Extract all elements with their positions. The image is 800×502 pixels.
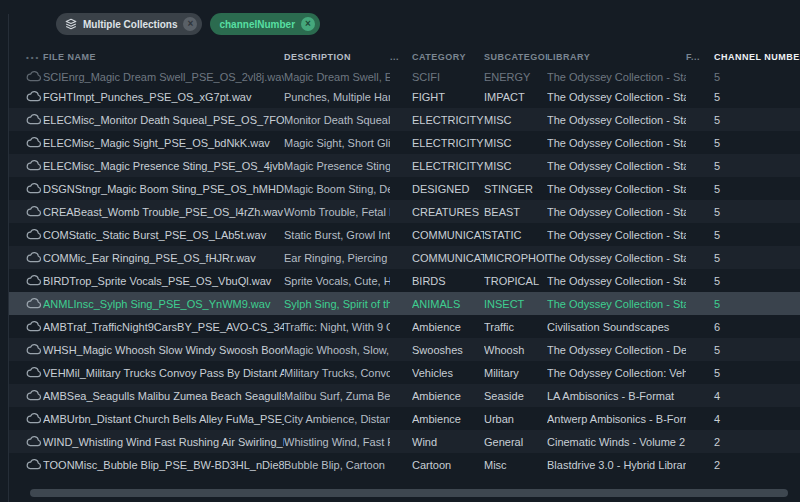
cloud-icon[interactable]	[26, 91, 42, 102]
cloud-icon[interactable]	[26, 367, 42, 378]
column-menu-icon[interactable]: •••	[9, 53, 43, 62]
column-header-channel-number[interactable]: CHANNEL NUMBER ↓	[709, 52, 800, 62]
category-cell: ELECTRICITY	[412, 114, 484, 126]
cloud-icon[interactable]	[26, 229, 42, 240]
table-row[interactable]: AMBSea_Seagulls Malibu Zumea Beach Seagu…	[9, 384, 800, 407]
column-header-library[interactable]: LIBRARY	[547, 52, 686, 62]
library-cell: The Odyssey Collection - Starter	[547, 137, 686, 149]
close-icon[interactable]: ×	[301, 17, 315, 31]
table-row[interactable]: COMStatic_Static Burst_PSE_OS_LAb5t.wav …	[9, 223, 800, 246]
subcategory-cell: BEAST	[484, 206, 547, 218]
column-header-description[interactable]: DESCRIPTION	[284, 52, 390, 62]
column-header-subcategory[interactable]: SUBCATEGORY	[484, 52, 547, 62]
description-cell: Magic Whoosh, Slow, Win...	[284, 344, 390, 356]
cloud-icon[interactable]	[26, 137, 42, 148]
table-row[interactable]: VEHMil_Military Trucks Convoy Pass By Di…	[9, 361, 800, 384]
category-cell: Vehicles	[412, 367, 484, 379]
table-row[interactable]: CREABeast_Womb Trouble_PSE_OS_l4rZh.wav …	[9, 200, 800, 223]
channel-number-cell: 5	[709, 367, 800, 379]
file-name-cell: AMBUrbn_Distant Church Bells Alley FuMa_…	[43, 413, 284, 425]
file-name-cell: ELECMisc_Magic Presence Sting_PSE_OS_4jv…	[43, 160, 284, 172]
channel-number-cell: 5	[709, 344, 800, 356]
table-row[interactable]: COMMic_Ear Ringing_PSE_OS_fHJRr.wav Ear …	[9, 246, 800, 269]
subcategory-cell: STATIC	[484, 229, 547, 241]
description-cell: City Ambience, Distant Ch...	[284, 413, 390, 425]
cloud-icon[interactable]	[26, 275, 42, 286]
category-cell: ELECTRICITY	[412, 137, 484, 149]
file-name-cell: BIRDTrop_Sprite Vocals_PSE_OS_VbuQl.wav	[43, 275, 284, 287]
table-row[interactable]: ELECMisc_Magic Sight_PSE_OS_bdNkK.wav Ma…	[9, 131, 800, 154]
description-cell: Ear Ringing, Piercing High...	[284, 252, 390, 264]
column-header-file-name[interactable]: FILE NAME	[43, 52, 284, 62]
table-row[interactable]: TOONMisc_Bubble Blip_PSE_BW-BD3HL_nDie8.…	[9, 453, 800, 476]
file-name-cell: FGHTImpt_Punches_PSE_OS_xG7pt.wav	[43, 91, 284, 103]
description-cell: Malibu Surf, Zuma Beach,...	[284, 390, 390, 402]
file-name-cell: AMBSea_Seagulls Malibu Zumea Beach Seagu…	[43, 390, 284, 402]
file-name-cell: TOONMisc_Bubble Blip_PSE_BW-BD3HL_nDie8.…	[43, 459, 284, 471]
table-row[interactable]: ELECMisc_Magic Presence Sting_PSE_OS_4jv…	[9, 154, 800, 177]
filter-chip-channel-number[interactable]: channelNumber ×	[210, 13, 320, 35]
category-cell: Swooshes	[412, 344, 484, 356]
library-cell: The Odyssey Collection - Starter	[547, 206, 686, 218]
cloud-icon[interactable]	[26, 321, 42, 332]
category-cell: Ambience	[412, 413, 484, 425]
description-cell: Punches, Multiple Hard Hits	[284, 91, 390, 103]
channel-number-cell: 6	[709, 321, 800, 333]
close-icon[interactable]: ×	[183, 17, 197, 31]
channel-number-cell: 5	[709, 275, 800, 287]
table-row[interactable]: AMBTraf_TrafficNight9CarsBY_PSE_AVO-CS_3…	[9, 315, 800, 338]
table-row[interactable]: AMBUrbn_Distant Church Bells Alley FuMa_…	[9, 407, 800, 430]
category-cell: FIGHT	[412, 91, 484, 103]
horizontal-scrollbar[interactable]	[30, 489, 788, 497]
category-cell: DESIGNED	[412, 183, 484, 195]
subcategory-cell: STINGER	[484, 183, 547, 195]
description-cell: Magic Boom Sting, Deep, ...	[284, 183, 390, 195]
library-cell: The Odyssey Collection - Starter	[547, 71, 686, 83]
cloud-icon[interactable]	[26, 390, 42, 401]
library-cell: The Odyssey Collection - Starter	[547, 275, 686, 287]
cloud-icon[interactable]	[26, 183, 42, 194]
table-row[interactable]: BIRDTrop_Sprite Vocals_PSE_OS_VbuQl.wav …	[9, 269, 800, 292]
library-cell: Civilisation Soundscapes	[547, 321, 686, 333]
subcategory-cell: IMPACT	[484, 91, 547, 103]
category-cell: ANIMALS	[412, 298, 484, 310]
description-cell: Womb Trouble, Fetal Hea...	[284, 206, 390, 218]
results-table: ••• FILE NAME DESCRIPTION ... CATEGORY S…	[9, 48, 800, 476]
column-header-category[interactable]: CATEGORY	[412, 52, 484, 62]
cloud-icon[interactable]	[26, 344, 42, 355]
cloud-icon[interactable]	[26, 413, 42, 424]
table-row[interactable]: DSGNStngr_Magic Boom Sting_PSE_OS_hMHDY.…	[9, 177, 800, 200]
filter-chip-collections[interactable]: Multiple Collections ×	[56, 13, 202, 35]
description-cell: Magic Dream Swell, Eerie ...	[284, 71, 390, 83]
cloud-icon[interactable]	[26, 114, 42, 125]
description-cell: Magic Sight, Short Glitter...	[284, 137, 390, 149]
column-header-truncated[interactable]: ...	[390, 52, 412, 62]
cloud-icon[interactable]	[26, 436, 42, 447]
table-row[interactable]: ELECMisc_Monitor Death Squeal_PSE_OS_7FO…	[9, 108, 800, 131]
table-row[interactable]: WHSH_Magic Whoosh Slow Windy Swoosh Boom…	[9, 338, 800, 361]
library-cell: Blastdrive 3.0 - Hybrid Library	[547, 459, 686, 471]
table-row[interactable]: WIND_Whistling Wind Fast Rushing Air Swi…	[9, 430, 800, 453]
cloud-icon[interactable]	[26, 206, 42, 217]
category-cell: Wind	[412, 436, 484, 448]
subcategory-cell: Misc	[484, 459, 547, 471]
cloud-icon[interactable]	[26, 71, 42, 82]
category-cell: Ambience	[412, 321, 484, 333]
file-name-cell: CREABeast_Womb Trouble_PSE_OS_l4rZh.wav	[43, 206, 284, 218]
cloud-icon[interactable]	[26, 459, 42, 470]
cloud-icon[interactable]	[26, 160, 42, 171]
channel-number-cell: 5	[709, 160, 800, 172]
category-cell: COMMUNICATI...	[412, 229, 484, 241]
channel-number-cell: 2	[709, 436, 800, 448]
table-row[interactable]: ANMLInsc_Sylph Sing_PSE_OS_YnWM9.wav Syl…	[9, 292, 800, 315]
library-cell: LA Ambisonics - B-Format	[547, 390, 686, 402]
subcategory-cell: Traffic	[484, 321, 547, 333]
cloud-icon[interactable]	[26, 298, 42, 309]
description-cell: Magic Presence Sting, Ee...	[284, 160, 390, 172]
table-row[interactable]: FGHTImpt_Punches_PSE_OS_xG7pt.wav Punche…	[9, 85, 800, 108]
column-header-f[interactable]: F...	[686, 52, 709, 62]
library-cell: Cinematic Winds - Volume 2	[547, 436, 686, 448]
filter-chip-bar: Multiple Collections × channelNumber ×	[56, 13, 320, 35]
cloud-icon[interactable]	[26, 252, 42, 263]
table-row[interactable]: SCIEnrg_Magic Dream Swell_PSE_OS_2vl8j.w…	[9, 68, 800, 85]
